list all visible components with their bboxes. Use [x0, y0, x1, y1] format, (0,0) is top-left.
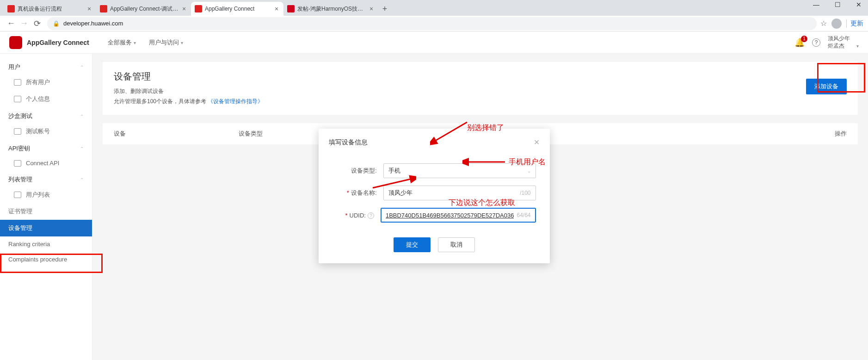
chevron-up-icon: ⌃ [80, 177, 84, 182]
sidebar-group-sandbox[interactable]: 沙盒测试⌃ [0, 107, 92, 123]
huawei-favicon-icon [7, 5, 15, 12]
device-name-value: 顶风少年 [388, 189, 517, 197]
udid-value: 1BBD740D51B469B56637502579DE527DA036 [386, 212, 514, 219]
api-icon [14, 160, 21, 167]
profile-avatar-icon[interactable] [831, 19, 842, 29]
page-desc-line2: 允许管理最多100个设备，具体请参考 [114, 98, 206, 105]
label-device-type: 设备类型: [332, 167, 383, 175]
sidebar-item-profile[interactable]: 个人信息 [0, 91, 92, 107]
browser-tab-active[interactable]: AppGallery Connect × [191, 2, 283, 16]
notification-badge: 1 [801, 36, 807, 42]
bookmark-star-icon[interactable]: ☆ [820, 19, 827, 28]
tab-title: 发帖-鸿蒙HarmonyOS技术社区 [297, 5, 368, 13]
huawei-favicon-icon [195, 5, 202, 12]
url-input[interactable]: 🔒 developer.huawei.com [47, 17, 817, 30]
udid-counter: 64/64 [517, 212, 530, 218]
user-sub-name: 炬孟杰 [828, 43, 844, 49]
doc-guide-link[interactable]: 《设备管理操作指导》 [208, 98, 263, 105]
nav-forward-button[interactable]: → [18, 17, 31, 30]
tab-close-icon[interactable]: × [368, 6, 375, 12]
sidebar-item-connect-api[interactable]: Connect API [0, 155, 92, 171]
chevron-down-icon: ▾ [856, 43, 859, 49]
account-icon [14, 128, 21, 135]
page-header-panel: 设备管理 添加、删除调试设备 允许管理最多100个设备，具体请参考 《设备管理操… [103, 62, 858, 115]
chevron-up-icon: ⌃ [80, 146, 84, 151]
window-controls: — ☐ ✕ [810, 1, 865, 8]
udid-input[interactable]: 1BBD740D51B469B56637502579DE527DA036 64/… [381, 208, 536, 223]
user-menu[interactable]: 顶风少年 炬孟杰▾ [828, 35, 859, 50]
browser-tab[interactable]: 真机设备运行流程 × [4, 2, 96, 16]
browser-tab[interactable]: AppGallery Connect-调试Harm × [96, 2, 191, 16]
tab-close-icon[interactable]: × [86, 6, 92, 12]
device-type-value: 手机 [388, 167, 400, 175]
sidebar-item-certificates[interactable]: 证书管理 [0, 203, 92, 220]
chevron-down-icon: ▾ [134, 40, 136, 45]
sidebar-item-ranking[interactable]: Ranking criteria [0, 236, 92, 252]
help-tooltip-icon[interactable]: ? [368, 212, 374, 219]
submit-button[interactable]: 提交 [394, 237, 431, 252]
label-udid: UDID:? [332, 212, 381, 219]
users-icon [14, 79, 21, 86]
window-maximize-button[interactable]: ☐ [831, 1, 844, 8]
app-header: AppGallery Connect 全部服务▾ 用户与访问▾ 🔔1 ? 顶风少… [0, 31, 868, 54]
sidebar-group-api[interactable]: API密钥⌃ [0, 140, 92, 155]
browser-update-button[interactable]: 更新 [846, 19, 863, 28]
lock-icon: 🔒 [53, 20, 60, 27]
tab-close-icon[interactable]: × [181, 6, 187, 12]
new-tab-button[interactable]: + [378, 3, 391, 16]
modal-title: 填写设备信息 [329, 138, 368, 147]
chevron-up-icon: ⌃ [80, 114, 84, 119]
url-text: developer.huawei.com [63, 20, 123, 27]
window-close-button[interactable]: ✕ [852, 1, 865, 8]
sidebar-item-all-users[interactable]: 所有用户 [0, 74, 92, 91]
chevron-up-icon: ⌃ [80, 65, 84, 70]
chevron-down-icon: ▾ [181, 40, 183, 45]
sidebar-item-test-account[interactable]: 测试帐号 [0, 123, 92, 140]
user-display-name: 顶风少年 [828, 35, 859, 43]
51cto-favicon-icon [287, 5, 295, 12]
help-icon[interactable]: ? [812, 38, 820, 47]
modal-close-icon[interactable]: × [534, 137, 540, 148]
page-title: 设备管理 [114, 70, 847, 83]
col-operation: 操作 [810, 130, 847, 138]
app-title: AppGallery Connect [27, 39, 89, 46]
sidebar-item-complaints[interactable]: Complaints procedure [0, 252, 92, 267]
sidebar: 用户⌃ 所有用户 个人信息 沙盒测试⌃ 测试帐号 API密钥⌃ Connect … [0, 54, 92, 360]
address-bar: ← → ⟳ 🔒 developer.huawei.com ☆ 更新 [0, 16, 868, 31]
sidebar-item-user-list[interactable]: 用户列表 [0, 186, 92, 203]
chevron-down-icon: ⌄ [527, 168, 531, 174]
menu-user-access[interactable]: 用户与访问▾ [149, 38, 183, 47]
label-device-name: 设备名称: [332, 189, 383, 197]
huawei-favicon-icon [100, 5, 107, 12]
tab-close-icon[interactable]: × [273, 6, 280, 12]
nav-reload-button[interactable]: ⟳ [31, 17, 43, 30]
id-card-icon [14, 96, 21, 102]
appgallery-logo-icon [9, 36, 22, 49]
nav-back-button[interactable]: ← [5, 17, 18, 30]
tab-title: 真机设备运行流程 [18, 5, 86, 13]
device-type-select[interactable]: 手机 ⌄ [383, 163, 536, 178]
window-minimize-button[interactable]: — [810, 1, 823, 8]
browser-tab[interactable]: 发帖-鸿蒙HarmonyOS技术社区 × [283, 2, 378, 16]
notification-bell-icon[interactable]: 🔔1 [794, 37, 805, 48]
page-desc-line1: 添加、删除调试设备 [114, 87, 847, 97]
tab-title: AppGallery Connect [205, 6, 273, 12]
tab-title: AppGallery Connect-调试Harm [110, 5, 181, 13]
sidebar-group-list[interactable]: 列表管理⌃ [0, 171, 92, 186]
app-root: AppGallery Connect 全部服务▾ 用户与访问▾ 🔔1 ? 顶风少… [0, 31, 868, 360]
list-icon [14, 192, 21, 198]
cancel-button[interactable]: 取消 [438, 237, 475, 252]
device-name-counter: /100 [520, 190, 530, 196]
browser-tab-strip: 真机设备运行流程 × AppGallery Connect-调试Harm × A… [0, 0, 868, 16]
add-device-modal: 填写设备信息 × 设备类型: 手机 ⌄ 设备名称: 顶风少年 /100 [319, 129, 550, 263]
device-name-input[interactable]: 顶风少年 /100 [383, 186, 536, 200]
menu-all-services[interactable]: 全部服务▾ [108, 38, 136, 47]
sidebar-group-user[interactable]: 用户⌃ [0, 58, 92, 74]
col-device: 设备 [114, 130, 239, 138]
sidebar-item-devices[interactable]: 设备管理 [0, 220, 92, 236]
add-device-button[interactable]: 添加设备 [806, 79, 847, 94]
